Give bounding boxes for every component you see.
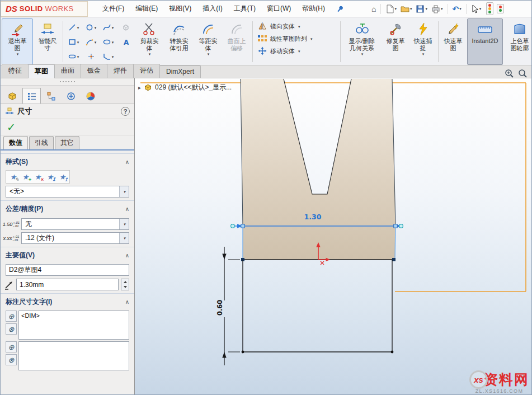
- line-tool-button[interactable]: ▾: [65, 20, 82, 35]
- tolerance-type-dropdown[interactable]: 无 ▾: [21, 218, 129, 230]
- tab-other[interactable]: 其它: [55, 136, 79, 149]
- save-button[interactable]: ▾: [414, 3, 429, 15]
- tab-display-manager[interactable]: [81, 88, 100, 104]
- sketch-point[interactable]: [392, 258, 396, 261]
- tab-dimxpert-manager[interactable]: [62, 88, 80, 104]
- select-tool-button[interactable]: ▾: [469, 3, 483, 15]
- tab-sketch[interactable]: 草图: [28, 64, 55, 78]
- tab-weldments[interactable]: 焊件: [107, 64, 134, 78]
- ok-button[interactable]: ✓: [7, 122, 16, 133]
- dimension-text-area-2[interactable]: [18, 341, 129, 370]
- mirror-entities-button[interactable]: 镜向实体 ▾: [255, 21, 338, 31]
- spin-up-icon[interactable]: [121, 279, 129, 285]
- apply-default-style-button[interactable]: ★✎: [7, 171, 19, 182]
- tab-value[interactable]: 数值: [3, 136, 28, 149]
- dim-text-symbol-button-2[interactable]: ⊗: [6, 323, 17, 335]
- menu-help[interactable]: 帮助(H): [296, 1, 331, 16]
- menu-window[interactable]: 窗口(W): [261, 1, 296, 16]
- ellipse-tool-button[interactable]: ▾: [100, 35, 117, 49]
- sketch-point[interactable]: [391, 351, 394, 354]
- arc-tool-button[interactable]: ▾: [82, 35, 100, 49]
- new-document-button[interactable]: ▾: [384, 3, 398, 15]
- endpoint-handle-right[interactable]: [394, 224, 397, 228]
- smart-dimension-button[interactable]: 智能尺 寸: [34, 18, 61, 65]
- dropdown-button[interactable]: ▾: [119, 219, 129, 229]
- dim-handle-right[interactable]: [399, 224, 403, 228]
- sketch-point[interactable]: [242, 351, 244, 354]
- dimension-value-field[interactable]: 1.30mm: [16, 279, 119, 290]
- zoom-in-icon[interactable]: [505, 69, 514, 78]
- traffic-light-icon-1[interactable]: [486, 2, 493, 15]
- undo-button[interactable]: ↶ ▾: [451, 3, 463, 15]
- traffic-light-icon-2[interactable]: [497, 4, 504, 13]
- dim-height-label[interactable]: 0.60: [216, 300, 224, 316]
- dim-text-symbol-button-4[interactable]: ⊗: [6, 354, 17, 365]
- dim-handle-left[interactable]: [231, 224, 235, 228]
- menu-insert[interactable]: 插入(I): [197, 1, 228, 16]
- save-style-button[interactable]: ★↧: [44, 171, 56, 182]
- tree-expand-arrow-icon[interactable]: ▸: [138, 84, 141, 91]
- value-spinner[interactable]: [121, 279, 129, 290]
- graphics-viewport[interactable]: ▸ 029 (默认<<默认>_显示...: [135, 78, 532, 395]
- dropdown-button[interactable]: ▾: [119, 233, 129, 243]
- document-name[interactable]: 029 (默认<<默认>_显示...: [155, 83, 232, 92]
- sketch-canvas[interactable]: 1.30: [135, 78, 532, 395]
- tab-surfaces[interactable]: 曲面: [54, 64, 81, 78]
- offset-entities-button[interactable]: 等距实 体 ▾: [195, 18, 222, 65]
- slot-tool-button[interactable]: ▾: [65, 49, 82, 64]
- dim-text-symbol-button-1[interactable]: ⊕: [6, 311, 17, 322]
- section-tolerance-header[interactable]: 公差/精度(P) ∧: [1, 200, 134, 216]
- endpoint-handle-left[interactable]: [241, 224, 244, 228]
- display-relations-button[interactable]: 显示/删除 几何关系 ▾: [342, 18, 382, 65]
- 3d-sketch-button[interactable]: [117, 20, 134, 35]
- quick-snaps-button[interactable]: 快速捕 捉 ▾: [409, 18, 436, 65]
- instant2d-button[interactable]: Instant2D: [467, 18, 503, 65]
- print-button[interactable]: ▾: [430, 3, 445, 15]
- spin-down-icon[interactable]: [121, 285, 129, 290]
- menu-edit[interactable]: 编辑(E): [130, 1, 163, 16]
- zoom-area-icon[interactable]: [518, 69, 527, 78]
- point-tool-button[interactable]: [82, 49, 100, 64]
- dim-width-label[interactable]: 1.30: [304, 213, 322, 221]
- convert-entities-button[interactable]: 转换实 体引用: [164, 18, 194, 65]
- delete-style-button[interactable]: ★×: [32, 171, 44, 182]
- chamfer-tool-button[interactable]: ▾: [100, 49, 117, 64]
- panel-splitter[interactable]: [1, 78, 134, 86]
- move-entities-button[interactable]: 移动实体 ▾: [255, 46, 338, 56]
- text-tool-button[interactable]: A: [117, 35, 134, 49]
- menu-file[interactable]: 文件(F): [97, 1, 130, 16]
- tab-sheet-metal[interactable]: 钣金: [81, 64, 107, 78]
- dropdown-button[interactable]: ▾: [119, 186, 129, 197]
- tab-evaluate[interactable]: 评估: [133, 64, 160, 78]
- menu-view[interactable]: 视图(V): [163, 1, 197, 16]
- dim-text-symbol-button-3[interactable]: ⊕: [6, 341, 17, 352]
- linear-pattern-button[interactable]: 线性草图阵列 ▾: [255, 34, 338, 44]
- tab-property-manager[interactable]: [22, 88, 41, 104]
- dimension-name-field[interactable]: D2@草图4: [6, 264, 129, 276]
- tab-features[interactable]: 特征: [2, 64, 29, 78]
- section-dimension-text-header[interactable]: 标注尺寸文字(I) ∧: [1, 293, 134, 309]
- precision-dropdown[interactable]: .12 (文件) ▾: [21, 232, 129, 244]
- help-button[interactable]: ?: [121, 107, 130, 116]
- rapid-sketch-button[interactable]: 快速草 图: [440, 18, 466, 65]
- add-style-button[interactable]: ★+: [20, 171, 31, 182]
- part-face[interactable]: [241, 79, 396, 260]
- shaded-contours-button[interactable]: 上色草 图轮廓: [504, 18, 532, 65]
- style-dropdown[interactable]: <无> ▾: [6, 186, 129, 198]
- menu-tools[interactable]: 工具(T): [228, 1, 261, 16]
- load-style-button[interactable]: ★↥: [57, 171, 68, 182]
- exit-sketch-button[interactable]: 退出草 图 ▾: [2, 18, 33, 65]
- open-document-button[interactable]: ▾: [399, 3, 414, 14]
- section-primary-value-header[interactable]: 主要值(V) ∧: [1, 247, 134, 262]
- repair-sketch-button[interactable]: 修复草 图: [383, 18, 408, 65]
- tab-dimxpert[interactable]: DimXpert: [159, 65, 201, 78]
- dimension-text-area[interactable]: <DIM>: [18, 311, 129, 340]
- circle-tool-button[interactable]: ▾: [82, 20, 100, 35]
- home-button[interactable]: ⌂: [370, 3, 378, 15]
- sketch-side-right[interactable]: [395, 226, 396, 260]
- rectangle-tool-button[interactable]: ▾: [65, 35, 82, 49]
- sketch-rectangle[interactable]: [243, 260, 392, 352]
- section-style-header[interactable]: 样式(S) ∧: [1, 153, 134, 169]
- trim-entities-button[interactable]: 剪裁实 体 ▾: [135, 18, 163, 65]
- tab-leaders[interactable]: 引线: [29, 136, 54, 149]
